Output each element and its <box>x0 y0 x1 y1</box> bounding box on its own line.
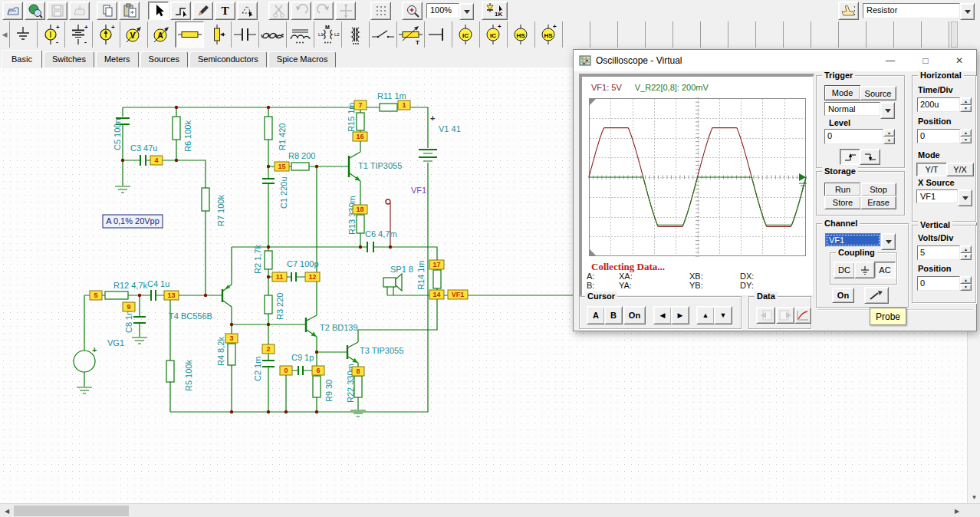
cursor-up-button[interactable]: ▲ <box>696 306 715 324</box>
tab-semiconductors[interactable]: Semiconductors <box>189 51 267 68</box>
component-current-source[interactable]: + <box>93 21 120 48</box>
v-position-down-button[interactable]: ▼ <box>960 284 972 291</box>
data-export-button[interactable] <box>776 307 794 324</box>
component-resistor[interactable] <box>176 21 204 48</box>
tab-switches[interactable]: Switches <box>44 51 94 68</box>
channel-dropdown-button[interactable] <box>881 233 896 250</box>
component-transformer[interactable] <box>342 21 370 48</box>
probe-button[interactable] <box>864 287 889 304</box>
h-position-up-button[interactable]: ▲ <box>960 129 972 137</box>
timediv-spinner[interactable]: 200u ▲▼ <box>917 97 972 112</box>
component-ic-plus[interactable]: IC+ <box>480 21 508 48</box>
trigger-source-button[interactable]: Source <box>860 86 896 100</box>
trigger-mode-button[interactable]: Mode <box>824 85 860 100</box>
undo-button[interactable] <box>291 2 311 20</box>
v-position-up-button[interactable]: ▲ <box>960 276 972 284</box>
oscilloscope-window[interactable]: Oscilloscope - Virtual — □ ✕ VF1: 5V V_R… <box>573 49 977 331</box>
cursor-on-button[interactable]: On <box>623 306 646 324</box>
component-battery[interactable]: +- <box>65 21 93 48</box>
timediv-down-button[interactable]: ▼ <box>960 105 972 113</box>
voltsdiv-up-button[interactable]: ▲ <box>960 245 972 253</box>
level-up-button[interactable]: ▲ <box>883 129 895 137</box>
xsource-dropdown-button[interactable] <box>958 189 972 206</box>
zoom-tool-button[interactable] <box>402 2 423 20</box>
scroll-down-button[interactable]: ▼ <box>968 491 980 503</box>
component-inductor[interactable] <box>259 21 287 48</box>
minimize-button[interactable]: — <box>875 50 906 71</box>
tab-sources[interactable]: Sources <box>140 51 188 68</box>
cursor-a-button[interactable]: A <box>587 306 605 324</box>
timediv-up-button[interactable]: ▲ <box>960 97 972 105</box>
close-button[interactable]: ✕ <box>944 50 975 71</box>
mode-yx-button[interactable]: Y/X <box>946 163 974 176</box>
wire-tool-button[interactable] <box>170 2 191 20</box>
component-scroll-left-button[interactable]: ◀ <box>0 21 10 48</box>
save-button[interactable] <box>47 2 67 20</box>
component-ground[interactable] <box>10 21 38 48</box>
storage-stop-button[interactable]: Stop <box>860 183 896 196</box>
voltsdiv-spinner[interactable]: 5 ▲▼ <box>917 245 972 260</box>
maximize-button[interactable]: □ <box>910 50 941 71</box>
export-button[interactable] <box>69 2 90 20</box>
trigger-level-spinner[interactable]: 0 ▲▼ <box>824 129 895 144</box>
component-trimmer[interactable]: T <box>397 21 425 48</box>
grid-toggle-button[interactable] <box>370 2 391 20</box>
tab-meters[interactable]: Meters <box>96 51 139 68</box>
redo-button[interactable] <box>313 2 334 20</box>
probe-vf1[interactable] <box>386 199 390 247</box>
component-terminal[interactable] <box>425 21 452 48</box>
component-search-combo[interactable]: Resistor <box>863 3 975 18</box>
component-list-button[interactable] <box>838 2 859 20</box>
component-hs[interactable]: HS <box>508 21 535 48</box>
component-coupled-inductors[interactable]: ML1L2 <box>314 21 342 48</box>
coupling-ground-button[interactable] <box>854 262 875 278</box>
component-scroll-right-strip[interactable] <box>951 21 958 48</box>
component-search-dropdown-button[interactable] <box>960 3 975 20</box>
analysis-button[interactable] <box>25 2 45 20</box>
xsource-combo[interactable]: VF1 <box>916 189 972 203</box>
mode-yt-button[interactable]: Y/T <box>916 163 947 176</box>
v-position-value[interactable]: 0 <box>917 276 960 291</box>
last-component-button[interactable]: 1K <box>482 2 508 20</box>
voltsdiv-value[interactable]: 5 <box>917 245 960 260</box>
copy-button[interactable] <box>97 2 117 20</box>
component-hs-plus[interactable]: HS+ <box>535 21 563 48</box>
select-tool-button[interactable] <box>148 2 169 20</box>
move-tool-button[interactable] <box>335 2 356 20</box>
trigger-mode-dropdown-button[interactable] <box>880 102 895 119</box>
cut-button[interactable] <box>268 2 289 20</box>
tab-basic[interactable]: Basic <box>2 50 42 68</box>
trigger-falling-edge-button[interactable] <box>860 149 880 165</box>
data-curve-button[interactable] <box>794 307 811 324</box>
cursor-left-button[interactable]: ◀ <box>653 306 672 324</box>
horizontal-scroll-thumb[interactable] <box>14 505 129 516</box>
voltsdiv-down-button[interactable]: ▼ <box>960 253 972 261</box>
h-position-spinner[interactable]: 0 ▲▼ <box>917 129 972 143</box>
tab-spice-macros[interactable]: Spice Macros <box>268 51 337 68</box>
storage-erase-button[interactable]: Erase <box>860 196 896 209</box>
component-ammeter[interactable]: A <box>148 21 176 48</box>
level-down-button[interactable]: ▼ <box>883 137 895 144</box>
cursor-down-button[interactable]: ▼ <box>714 306 732 324</box>
timediv-value[interactable]: 200u <box>917 97 960 112</box>
component-potentiometer[interactable] <box>204 21 232 48</box>
trigger-level-value[interactable]: 0 <box>824 129 883 144</box>
oscilloscope-titlebar[interactable]: Oscilloscope - Virtual — □ ✕ <box>574 50 976 71</box>
zoom-level-dropdown-button[interactable] <box>459 3 474 20</box>
scroll-left-button[interactable]: ◀ <box>1 505 13 517</box>
zoom-level-combo[interactable]: 100% <box>426 3 474 18</box>
trigger-rising-edge-button[interactable] <box>840 149 860 165</box>
channel-on-button[interactable]: On <box>832 288 854 303</box>
h-position-value[interactable]: 0 <box>917 129 960 143</box>
component-voltage-source[interactable]: +- <box>38 21 65 48</box>
data-import-button[interactable] <box>756 307 775 324</box>
storage-store-button[interactable]: Store <box>824 196 861 209</box>
open-button[interactable] <box>2 2 23 20</box>
shape-tool-button[interactable] <box>237 2 258 20</box>
v-position-spinner[interactable]: 0 ▲▼ <box>917 276 972 291</box>
cursor-right-button[interactable]: ▶ <box>671 306 689 324</box>
scroll-right-button[interactable]: ▶ <box>951 505 963 517</box>
component-iron-core-inductor[interactable] <box>287 21 314 48</box>
paste-button[interactable] <box>119 2 140 20</box>
component-switch[interactable] <box>370 21 397 48</box>
